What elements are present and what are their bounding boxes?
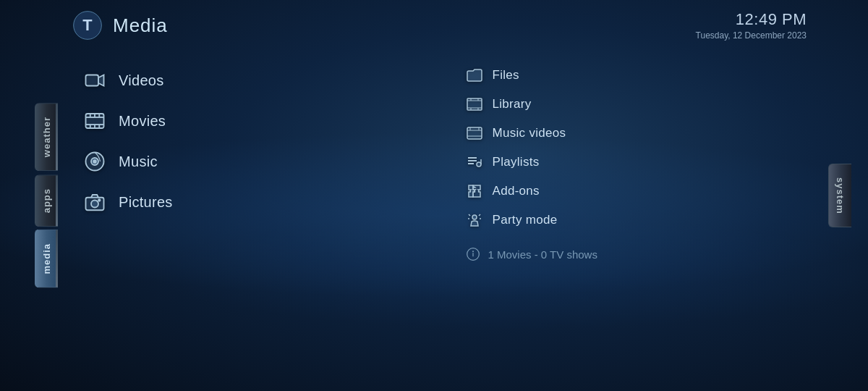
- library-icon: [465, 95, 484, 114]
- svg-point-18: [98, 199, 101, 201]
- video-camera-icon: [82, 68, 107, 93]
- right-sidebar: system: [828, 0, 868, 391]
- main-content: T Media 12:49 PM Tuesday, 12 December 20…: [58, 0, 828, 391]
- svg-rect-26: [467, 127, 482, 139]
- menu-item-music-videos[interactable]: Music videos: [458, 120, 814, 146]
- pictures-label: Pictures: [119, 194, 173, 211]
- svg-point-36: [472, 215, 477, 219]
- music-videos-icon: [465, 124, 484, 143]
- library-label: Library: [493, 97, 532, 112]
- sidebar-item-weather[interactable]: weather: [35, 103, 58, 171]
- menu-item-playlists[interactable]: Playlists: [458, 149, 814, 175]
- sidebar-item-media[interactable]: media: [35, 230, 58, 288]
- film-icon: [82, 109, 107, 133]
- menu-item-pictures[interactable]: Pictures: [72, 184, 429, 220]
- puzzle-icon: [465, 182, 484, 201]
- page-title: Media: [113, 14, 168, 37]
- sidebar-item-apps[interactable]: apps: [35, 175, 58, 227]
- camera-icon: [82, 190, 107, 214]
- menu-item-party-mode[interactable]: Party mode: [458, 207, 814, 233]
- svg-point-43: [472, 251, 473, 252]
- menu-item-addons[interactable]: Add-ons: [458, 178, 814, 204]
- music-label: Music: [119, 154, 158, 170]
- menu-item-movies[interactable]: Movies: [72, 103, 429, 139]
- tesla-logo-icon: T: [72, 10, 103, 41]
- menu-item-videos[interactable]: Videos: [72, 62, 429, 98]
- svg-rect-19: [467, 98, 482, 110]
- clock-display: 12:49 PM: [696, 10, 807, 29]
- menu-item-music[interactable]: Music: [72, 143, 429, 180]
- party-icon: [465, 211, 484, 230]
- date-display: Tuesday, 12 December 2023: [696, 30, 807, 41]
- info-row: 1 Movies - 0 TV shows: [458, 242, 814, 266]
- svg-point-34: [477, 162, 481, 167]
- music-videos-label: Music videos: [493, 126, 566, 140]
- svg-text:T: T: [82, 16, 93, 34]
- party-mode-label: Party mode: [493, 213, 558, 227]
- header-right: 12:49 PM Tuesday, 12 December 2023: [696, 10, 807, 41]
- menu-left: Videos Movies: [72, 62, 429, 266]
- music-disc-icon: [82, 149, 107, 174]
- folder-icon: [465, 66, 484, 85]
- playlist-icon: [465, 153, 484, 172]
- svg-line-38: [479, 214, 480, 216]
- files-label: Files: [493, 68, 519, 83]
- svg-point-17: [91, 201, 98, 208]
- movies-label: Movies: [119, 113, 166, 130]
- menu-right: Files Library: [429, 62, 814, 266]
- svg-point-15: [93, 160, 96, 163]
- header: T Media 12:49 PM Tuesday, 12 December 20…: [58, 0, 828, 41]
- playlists-label: Playlists: [493, 155, 540, 169]
- info-icon: [465, 246, 481, 262]
- svg-marker-3: [98, 75, 104, 86]
- library-info-text: 1 Movies - 0 TV shows: [488, 248, 597, 261]
- header-left: T Media: [72, 10, 168, 41]
- addons-label: Add-ons: [493, 184, 540, 198]
- svg-line-37: [469, 214, 470, 216]
- videos-label: Videos: [119, 72, 164, 89]
- menu-item-files[interactable]: Files: [458, 62, 814, 88]
- sidebar-item-system[interactable]: system: [828, 164, 851, 228]
- left-sidebar: weather apps media: [0, 0, 58, 391]
- svg-rect-2: [86, 75, 99, 86]
- menu-item-library[interactable]: Library: [458, 91, 814, 117]
- menu-area: Videos Movies: [58, 48, 828, 266]
